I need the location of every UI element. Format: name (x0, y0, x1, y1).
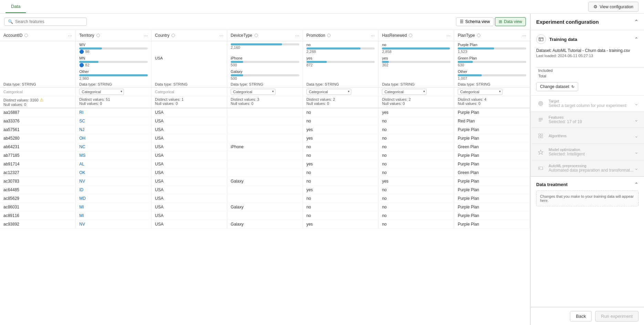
automl-chevron[interactable]: ⌄ (634, 165, 638, 171)
territory-val-9[interactable]: ID (79, 187, 83, 192)
model-opt-left: Model optimization Selected: Intelligent (536, 148, 585, 156)
territory-val-4[interactable]: NC (79, 144, 85, 149)
data-treatment-chevron[interactable]: ⌃ (634, 182, 638, 187)
data-treatment-title: Data treatment (536, 182, 568, 187)
territory-val-2[interactable]: NJ (79, 127, 84, 132)
svg-marker-13 (538, 150, 543, 154)
col-more-hasrenewed[interactable]: ··· (447, 33, 451, 38)
cell-hasrenewed-2: no (378, 126, 454, 134)
col-promotion: Promotion ··· (303, 30, 378, 41)
refresh-icon: ↻ (571, 85, 574, 89)
training-data-header[interactable]: Training data ⌃ (531, 30, 644, 48)
table-row: ac64485 ID USA yes no Purple Plan (0, 186, 530, 194)
features-left: Features Selected: 17 of 19 (536, 115, 582, 124)
table-row: ac86031 MI USA Galaxy no no Purple Plan (0, 203, 530, 212)
stat-promotion-3 (303, 68, 378, 81)
cell-devicetype-2 (227, 126, 303, 134)
col-more-plantype[interactable]: ··· (522, 33, 526, 38)
territory-val-7[interactable]: OK (79, 170, 85, 175)
stat-plantype-num-1: 1,523 (458, 50, 526, 54)
territory-val-6[interactable]: AL (79, 162, 84, 166)
cell-accountid-3: ab45280 (0, 134, 76, 143)
stat-territory-label-1: WV (79, 43, 148, 47)
change-dataset-button[interactable]: Change dataset ↻ (536, 82, 578, 91)
stat-promotion-2: yes872 (303, 55, 378, 68)
stat-devicetype-num-2: 500 (231, 63, 299, 67)
cat-select-promotion[interactable]: Categorical (307, 89, 351, 95)
null-label-accountid: Null values: 0 (3, 102, 72, 107)
col-plantype: PlanType ··· (454, 30, 530, 41)
cat-select-territory[interactable]: Categorical (79, 89, 124, 95)
territory-val-8[interactable]: NV (79, 179, 85, 184)
cell-plantype-5: Purple Plan (454, 151, 530, 160)
training-data-chevron[interactable]: ⌃ (634, 36, 638, 42)
cell-accountid-6: ab91714 (0, 160, 76, 169)
territory-val-3[interactable]: OH (79, 136, 85, 141)
stats-row-2: MN🔵 82 USA iPhone500 yes872 yes302 Green… (0, 55, 530, 68)
col-dot-territory (96, 34, 100, 37)
algorithms-chevron[interactable]: ⌄ (634, 133, 638, 139)
cat-select-plantype[interactable]: Categorical (458, 89, 502, 95)
svg-rect-6 (539, 118, 543, 119)
table-row: ab91714 AL USA yes no Purple Plan (0, 160, 530, 169)
data-treatment-header[interactable]: Data treatment ⌃ (536, 182, 638, 191)
cat-select-devicetype[interactable]: Categorical (231, 89, 276, 95)
territory-val-12[interactable]: MI (79, 213, 84, 218)
cell-country-6: USA (152, 160, 227, 169)
config-collapse-icon[interactable]: ⌃ (634, 19, 638, 25)
col-dot-promotion (327, 34, 331, 37)
search-input[interactable] (15, 19, 83, 24)
data-view-button[interactable]: ⊞ Data view (495, 17, 526, 26)
view-config-button[interactable]: ⚙ View configuration (588, 2, 638, 12)
territory-val-5[interactable]: MS (79, 153, 85, 158)
distinct-label-hasrenewed: Distinct values: 2 (382, 97, 450, 101)
territory-val-1[interactable]: SC (79, 119, 85, 123)
cell-hasrenewed-8: yes (378, 177, 454, 186)
cell-accountid-11: ac86031 (0, 203, 76, 212)
target-value: Select a target column for your experime… (549, 103, 626, 108)
cell-hasrenewed-13: no (378, 220, 454, 229)
schema-view-button[interactable]: ☰ Schema view (456, 17, 494, 26)
territory-val-13[interactable]: NV (79, 222, 85, 227)
cell-country-5: USA (152, 151, 227, 160)
automl-section: AutoML preprocessing Automated data prep… (531, 160, 644, 176)
svg-rect-9 (539, 134, 540, 136)
table-row: ab45280 OH USA yes no Purple Plan (0, 134, 530, 143)
col-more-territory[interactable]: ··· (144, 33, 148, 38)
training-data-icon (536, 34, 546, 44)
model-opt-icon (536, 148, 545, 156)
features-section: Features Selected: 17 of 19 ⌄ (531, 112, 644, 128)
col-more-promotion[interactable]: ··· (371, 33, 375, 38)
target-chevron[interactable]: ⌄ (634, 101, 638, 106)
cell-territory-11: MI (76, 203, 152, 212)
stat-country-3 (152, 68, 227, 81)
cell-devicetype-3 (227, 134, 303, 143)
col-more-devicetype[interactable]: ··· (295, 33, 299, 38)
stat-row-label: Included (536, 68, 644, 74)
col-promotion-label: Promotion (307, 33, 325, 38)
territory-val-0[interactable]: RI (79, 110, 83, 115)
svg-point-15 (539, 168, 540, 169)
view-toggles: ☰ Schema view ⊞ Data view (456, 17, 526, 26)
territory-val-11[interactable]: MI (79, 205, 84, 209)
col-more-country[interactable]: ··· (219, 33, 224, 38)
col-more-accountid[interactable]: ··· (68, 33, 72, 38)
tab-data[interactable]: Data (6, 0, 26, 13)
cell-territory-12: MI (76, 212, 152, 220)
cell-territory-4: NC (76, 143, 152, 151)
cat-select-hasrenewed[interactable]: Categorical (382, 89, 427, 95)
territory-val-10[interactable]: MD (79, 196, 86, 201)
cell-territory-13: NV (76, 220, 152, 229)
table-row: ac12327 OK USA no no Green Plan (0, 169, 530, 177)
cell-country-4: USA (152, 143, 227, 151)
model-opt-chevron[interactable]: ⌄ (634, 149, 638, 155)
cell-promotion-8: no (303, 177, 378, 186)
features-chevron[interactable]: ⌄ (634, 117, 638, 122)
back-button[interactable]: Back (570, 311, 592, 322)
cell-plantype-3: Purple Plan (454, 134, 530, 143)
col-devicetype-label: DeviceType (231, 33, 252, 38)
run-experiment-button[interactable]: Run experiment (595, 311, 638, 322)
top-tabs: Data (6, 0, 26, 13)
cell-hasrenewed-1: no (378, 117, 454, 126)
stat-accountid-1 (0, 41, 76, 55)
